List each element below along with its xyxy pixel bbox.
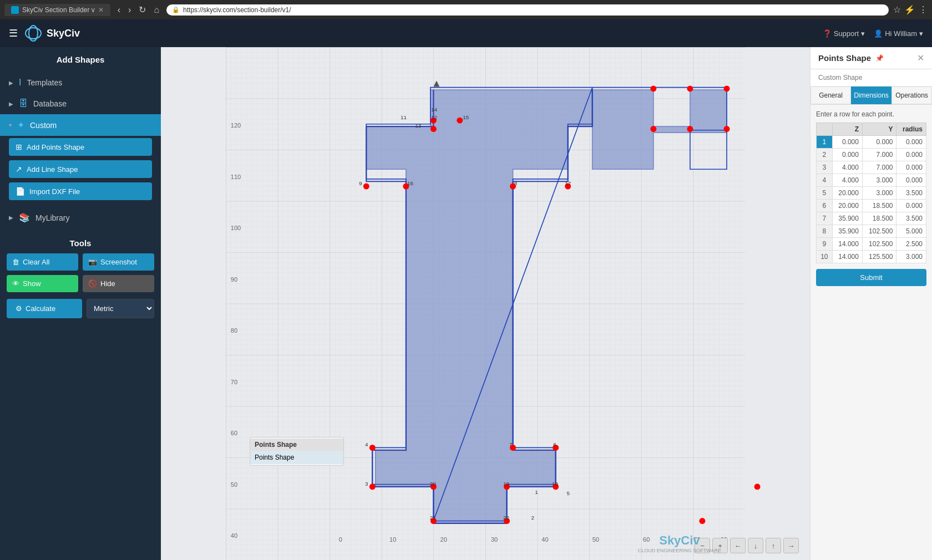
- tab-general[interactable]: General: [811, 86, 851, 104]
- table-row[interactable]: 1014.000125.5003.000: [817, 251, 926, 263]
- address-bar[interactable]: 🔒 https://skyciv.com/section-builder/v1/: [166, 4, 889, 16]
- table-row[interactable]: 620.00018.5000.000: [817, 200, 926, 212]
- screenshot-button[interactable]: 📷 Screenshot: [83, 253, 154, 271]
- cell-z[interactable]: 35.900: [832, 225, 862, 238]
- calculate-button[interactable]: ⚙ Calculate: [7, 299, 82, 318]
- table-row[interactable]: 44.0003.0000.000: [817, 174, 926, 187]
- cell-z[interactable]: 14.000: [832, 251, 862, 263]
- points-table-container[interactable]: Z Y radius 10.0000.0000.00020.0007.0000.…: [816, 123, 926, 263]
- tab-title: SkyCiv Section Builder v: [22, 6, 95, 14]
- templates-arrow-icon: ▶: [9, 80, 13, 86]
- row-num: 8: [817, 225, 833, 238]
- cell-z[interactable]: 0.000: [832, 149, 862, 161]
- forward-button[interactable]: ›: [125, 4, 134, 16]
- tab-close-icon[interactable]: ✕: [98, 6, 104, 14]
- extensions-icon[interactable]: ⚡: [904, 4, 915, 15]
- cell-radius[interactable]: 2.500: [896, 238, 926, 251]
- calculate-label: Calculate: [26, 304, 55, 313]
- cell-z[interactable]: 20.000: [832, 187, 862, 200]
- add-line-icon: ↗: [16, 165, 22, 174]
- cell-radius[interactable]: 3.500: [896, 187, 926, 200]
- table-row[interactable]: 520.0003.0003.500: [817, 187, 926, 200]
- cell-radius[interactable]: 5.000: [896, 225, 926, 238]
- templates-icon: I: [19, 78, 21, 88]
- custom-label: Custom: [30, 121, 57, 130]
- cell-z[interactable]: 4.000: [832, 161, 862, 174]
- cell-z[interactable]: 14.000: [832, 238, 862, 251]
- cell-y[interactable]: 7.000: [862, 149, 896, 161]
- table-row[interactable]: 835.900102.5005.000: [817, 225, 926, 238]
- svg-text:18: 18: [552, 481, 559, 487]
- cell-radius[interactable]: 0.000: [896, 174, 926, 187]
- cell-z[interactable]: 20.000: [832, 200, 862, 212]
- svg-text:40: 40: [541, 536, 548, 543]
- svg-text:20: 20: [440, 536, 447, 543]
- pan-right-button[interactable]: →: [783, 538, 799, 553]
- unit-select[interactable]: Metric Imperial: [87, 299, 154, 318]
- cell-z[interactable]: 4.000: [832, 174, 862, 187]
- sidebar-item-custom[interactable]: ▾ ✦ Custom: [0, 114, 161, 136]
- show-button[interactable]: 👁 Show: [7, 275, 78, 292]
- cell-z[interactable]: 35.900: [832, 212, 862, 225]
- cell-y[interactable]: 102.500: [862, 225, 896, 238]
- back-button[interactable]: ‹: [115, 4, 123, 16]
- user-button[interactable]: 👤 Hi William ▾: [874, 29, 923, 38]
- cell-y[interactable]: 3.000: [862, 174, 896, 187]
- cell-y[interactable]: 7.000: [862, 161, 896, 174]
- cell-radius[interactable]: 3.500: [896, 212, 926, 225]
- cell-y[interactable]: 0.000: [862, 136, 896, 149]
- svg-text:100: 100: [231, 225, 241, 231]
- watermark: SkyCiv CLOUD ENGINEERING SOFTWARE: [638, 533, 721, 553]
- pan-left-button[interactable]: ←: [730, 538, 746, 553]
- cell-radius[interactable]: 0.000: [896, 200, 926, 212]
- table-row[interactable]: 735.90018.5003.500: [817, 212, 926, 225]
- svg-text:10: 10: [389, 536, 396, 543]
- support-button[interactable]: ❓ Support ▾: [823, 29, 865, 38]
- cell-radius[interactable]: 0.000: [896, 161, 926, 174]
- cell-y[interactable]: 18.500: [862, 212, 896, 225]
- add-line-shape-button[interactable]: ↗ Add Line Shape: [9, 160, 152, 178]
- pan-down-button[interactable]: ↓: [748, 538, 763, 553]
- cell-z[interactable]: 0.000: [832, 136, 862, 149]
- tab-operations[interactable]: Operations: [892, 86, 932, 104]
- cell-y[interactable]: 18.500: [862, 200, 896, 212]
- cell-radius[interactable]: 3.000: [896, 251, 926, 263]
- cell-radius[interactable]: 0.000: [896, 136, 926, 149]
- sidebar-item-templates[interactable]: ▶ I Templates: [0, 72, 161, 93]
- home-button[interactable]: ⌂: [151, 4, 162, 16]
- cell-y[interactable]: 3.000: [862, 187, 896, 200]
- panel-pin-icon: 📌: [875, 54, 884, 62]
- sidebar-item-mylibrary[interactable]: ▶ 📚 MyLibrary: [0, 207, 161, 228]
- shape-tooltip[interactable]: Points Shape Points Shape: [250, 437, 344, 466]
- reload-button[interactable]: ↻: [136, 3, 149, 16]
- svg-text:50: 50: [231, 481, 237, 488]
- hide-button[interactable]: 🚫 Hide: [83, 275, 154, 292]
- clear-all-button[interactable]: 🗑 Clear All: [7, 253, 78, 271]
- add-points-shape-button[interactable]: ⊞ Add Points Shape: [9, 138, 152, 156]
- import-dxf-button[interactable]: 📄 Import DXF File: [9, 182, 152, 200]
- svg-text:1: 1: [535, 489, 538, 495]
- sidebar-item-database[interactable]: ▶ 🗄 Database: [0, 93, 161, 114]
- cell-y[interactable]: 102.500: [862, 238, 896, 251]
- col-header-z: Z: [832, 123, 862, 136]
- tab-dimensions-label: Dimensions: [854, 91, 889, 99]
- cell-y[interactable]: 125.500: [862, 251, 896, 263]
- browser-tab[interactable]: SkyCiv Section Builder v ✕: [4, 4, 110, 16]
- table-row[interactable]: 20.0007.0000.000: [817, 149, 926, 161]
- tooltip-item[interactable]: Points Shape: [250, 451, 343, 464]
- panel-close-button[interactable]: ✕: [917, 53, 924, 63]
- canvas-area[interactable]: 120 110 100 90 80 70 60 50 40 0 10 20 30…: [161, 47, 810, 560]
- pan-up-button[interactable]: ↑: [766, 538, 781, 553]
- panel-header: Points Shape 📌 ✕: [811, 47, 932, 69]
- menu-icon[interactable]: ⋮: [919, 4, 928, 15]
- table-row[interactable]: 34.0007.0000.000: [817, 161, 926, 174]
- tab-dimensions[interactable]: Dimensions: [851, 86, 892, 104]
- hamburger-menu-icon[interactable]: ☰: [9, 27, 18, 39]
- table-row[interactable]: 10.0000.0000.000: [817, 136, 926, 149]
- cell-radius[interactable]: 0.000: [896, 149, 926, 161]
- submit-button[interactable]: Submit: [816, 269, 926, 286]
- bookmark-icon[interactable]: ☆: [893, 4, 901, 15]
- svg-text:0: 0: [339, 536, 342, 543]
- table-row[interactable]: 914.000102.5002.500: [817, 238, 926, 251]
- canvas-svg: 120 110 100 90 80 70 60 50 40 0 10 20 30…: [161, 47, 810, 560]
